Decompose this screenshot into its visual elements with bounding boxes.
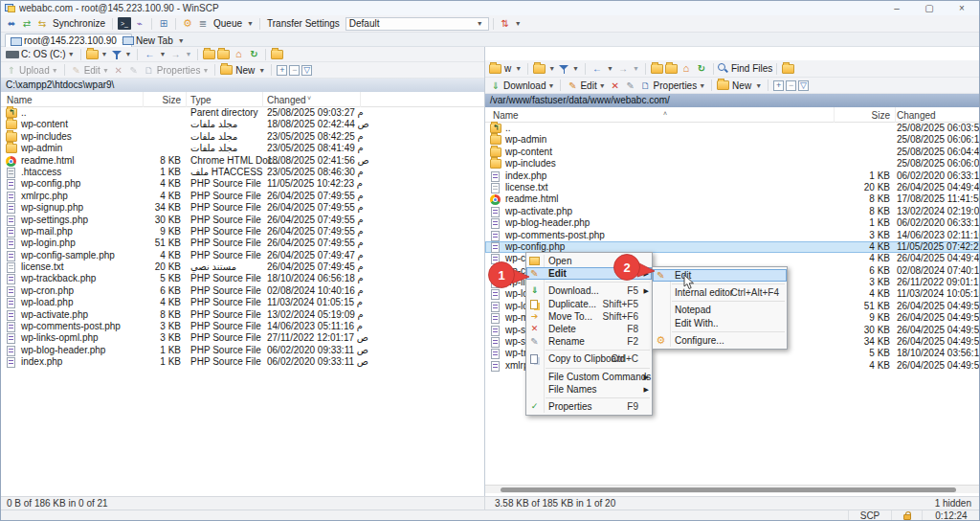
left-new-button[interactable]: New xyxy=(235,65,255,76)
transfer-options-icon[interactable]: ⇅ xyxy=(499,17,512,30)
root-directory-icon[interactable] xyxy=(217,50,230,59)
synchronize-button[interactable]: Synchronize xyxy=(53,18,105,29)
file-row[interactable]: license.txt 20 KB مستند نصي 26/04/2025 0… xyxy=(1,261,484,273)
r-filter-icon[interactable] xyxy=(559,64,568,74)
context-menu-item[interactable]: Properties F9 ▶ xyxy=(526,400,652,413)
tree-toggle-icon[interactable] xyxy=(271,50,283,59)
file-row[interactable]: wp-includes 25/08/2025 06:06:05 م xyxy=(485,158,980,170)
file-row[interactable]: wp-activate.php 8 KB 13/02/2024 02:19:09… xyxy=(485,206,980,217)
r-properties-button[interactable]: Properties xyxy=(654,80,698,91)
console-icon[interactable]: >_ xyxy=(118,17,131,30)
right-header-name[interactable]: Name xyxy=(493,110,519,121)
scrollbar-thumb[interactable] xyxy=(501,487,956,492)
upload-dropdown-icon[interactable]: ▼ xyxy=(52,67,58,74)
r-filter-box-icon[interactable]: ▽ xyxy=(798,80,809,91)
right-header-changed[interactable]: Changed xyxy=(897,110,936,121)
file-row[interactable]: readme.html 8 KB Chrome HTML Doc... 18/0… xyxy=(1,155,484,167)
file-row[interactable]: wp-admin 25/08/2025 06:06:16 م xyxy=(485,134,980,146)
session-tab[interactable]: root@145.223.100.90 × xyxy=(5,34,132,47)
file-row[interactable]: license.txt 20 KB 26/04/2025 04:49:45 م xyxy=(485,182,980,193)
context-menu-item[interactable]: Rename F2 ▶ xyxy=(526,335,652,348)
horizontal-scrollbar[interactable] xyxy=(485,485,980,493)
left-properties-icon[interactable]: 🗋 xyxy=(143,64,156,77)
submenu-item[interactable]: Edit xyxy=(653,269,787,282)
maximize-button[interactable]: ▢ xyxy=(924,2,935,14)
file-row[interactable]: .htaccess 1 KB ملف HTACCESS 23/05/2025 0… xyxy=(1,167,484,178)
left-path-bar[interactable]: C:\xampp2\htdocs\wpar9\ xyxy=(1,79,484,92)
queue-dropdown-icon[interactable]: ▼ xyxy=(247,20,254,27)
forward-icon[interactable]: → xyxy=(168,48,182,60)
file-row[interactable]: wp-config.php 4 KB PHP Source File 11/05… xyxy=(1,178,484,190)
gear-icon[interactable]: ⚙ xyxy=(181,17,194,30)
file-row[interactable]: wp-blog-header.php 1 KB 06/02/2020 06:33… xyxy=(485,217,980,229)
left-delete-icon[interactable]: ✕ xyxy=(112,64,125,77)
left-filter-box-icon[interactable]: ▽ xyxy=(301,65,312,76)
context-menu-item[interactable]: Delete F8 ▶ xyxy=(526,323,652,335)
add-session-icon[interactable]: ⌁ xyxy=(133,17,146,30)
transfer-preset-select[interactable]: Default ▼ xyxy=(345,17,489,31)
file-row[interactable]: wp-links-opml.php 3 KB PHP Source File 2… xyxy=(1,332,484,344)
left-properties-button[interactable]: Properties xyxy=(157,65,201,76)
file-row[interactable]: wp-config-sample.php 4 KB PHP Source Fil… xyxy=(1,250,484,261)
r-back-icon[interactable]: ← xyxy=(590,62,604,75)
open-directory-icon[interactable] xyxy=(86,50,99,59)
refresh-session-icon[interactable]: ⊞ xyxy=(157,17,170,30)
download-button[interactable]: Download xyxy=(503,80,546,91)
file-row[interactable]: index.php 1 KB 06/02/2020 06:33:11 ص xyxy=(485,170,980,182)
file-row[interactable]: .. 25/08/2025 06:03:59 م xyxy=(485,123,980,134)
r-refresh-icon[interactable]: ↻ xyxy=(695,62,708,75)
r-show-all-icon[interactable]: + xyxy=(773,80,784,91)
submenu-item[interactable]: Configure... xyxy=(653,334,787,347)
forward-dropdown-icon[interactable]: ▼ xyxy=(185,51,191,57)
file-row[interactable]: wp-settings.php 30 KB PHP Source File 26… xyxy=(1,215,484,226)
left-new-dropdown-icon[interactable]: ▼ xyxy=(258,67,265,74)
context-menu-item[interactable]: Move To... Shift+F6 ▶ xyxy=(526,310,652,323)
file-row[interactable]: wp-signup.php 34 KB PHP Source File 26/0… xyxy=(1,202,484,214)
file-row[interactable]: .. Parent directory 25/08/2025 09:03:27 … xyxy=(1,107,484,119)
home-directory-icon[interactable]: ⌂ xyxy=(232,48,245,60)
r-open-directory-icon[interactable] xyxy=(533,64,546,74)
filter-dropdown-icon[interactable]: ▼ xyxy=(125,51,132,57)
remote-dir-select[interactable]: w xyxy=(504,63,511,74)
file-row[interactable]: wp-activate.php 8 KB PHP Source File 13/… xyxy=(1,309,484,321)
file-row[interactable]: xmlrpc.php 4 KB PHP Source File 26/04/20… xyxy=(1,191,484,202)
new-tab-dropdown-icon[interactable]: ▼ xyxy=(178,37,185,44)
file-row[interactable]: wp-load.php 4 KB PHP Source File 11/03/2… xyxy=(1,297,484,308)
file-row[interactable]: wp-comments-post.php 3 KB 14/06/2023 02:… xyxy=(485,230,980,241)
r-root-directory-icon[interactable] xyxy=(665,64,678,74)
context-menu-item[interactable]: File Custom Commands ▶ xyxy=(526,371,652,383)
file-row[interactable]: wp-cron.php 6 KB PHP Source File 02/08/2… xyxy=(1,285,484,297)
drive-dropdown-icon[interactable]: ▼ xyxy=(68,51,75,57)
new-tab-button[interactable]: New Tab ▼ xyxy=(118,34,191,47)
parent-directory-icon[interactable] xyxy=(203,50,215,59)
left-rename-icon[interactable]: ✎ xyxy=(127,64,141,77)
submenu-item[interactable]: Internal editor Ctrl+Alt+F4 xyxy=(653,286,787,299)
close-button[interactable]: × xyxy=(956,2,968,14)
queue-button[interactable]: Queue xyxy=(213,18,242,29)
left-new-icon[interactable] xyxy=(220,65,233,75)
layout-icon[interactable]: ⬌ xyxy=(5,17,18,30)
remote-path-bar[interactable]: /var/www/fastuser/data/www/webabc.com/ xyxy=(485,94,980,107)
file-row[interactable]: wp-blog-header.php 1 KB PHP Source File … xyxy=(1,345,484,356)
file-row[interactable]: wp-comments-post.php 3 KB PHP Source Fil… xyxy=(1,321,484,332)
file-row[interactable]: wp-admin مجلد ملفات 23/05/2025 08:41:49 … xyxy=(1,143,484,154)
back-icon[interactable]: ← xyxy=(143,48,156,60)
r-hide-icon[interactable]: − xyxy=(786,80,796,91)
right-header-size[interactable]: Size xyxy=(772,110,890,121)
r-rename-icon[interactable]: ✎ xyxy=(624,79,637,92)
r-new-dropdown-icon[interactable]: ▼ xyxy=(755,82,762,89)
queue-icon[interactable]: ≣ xyxy=(196,17,210,30)
left-header-changed[interactable]: Changed xyxy=(267,95,306,105)
sync-browsing-icon[interactable]: ⇄ xyxy=(20,17,33,30)
find-files-icon[interactable] xyxy=(718,63,728,74)
context-menu-item[interactable]: Copy to Clipboard Ctrl+C ▶ xyxy=(526,352,652,365)
left-edit-button[interactable]: Edit xyxy=(84,65,100,76)
transfer-options-dropdown-icon[interactable]: ▼ xyxy=(515,20,522,27)
r-parent-directory-icon[interactable] xyxy=(651,64,663,74)
r-sync-icon[interactable] xyxy=(782,64,794,74)
r-edit-button[interactable]: Edit xyxy=(580,80,596,91)
left-show-all-icon[interactable]: + xyxy=(277,65,287,76)
file-row[interactable]: wp-content مجلد ملفات 18/08/2025 02:42:4… xyxy=(1,119,484,130)
minimize-button[interactable]: – xyxy=(891,2,902,14)
upload-button[interactable]: Upload xyxy=(19,65,50,76)
